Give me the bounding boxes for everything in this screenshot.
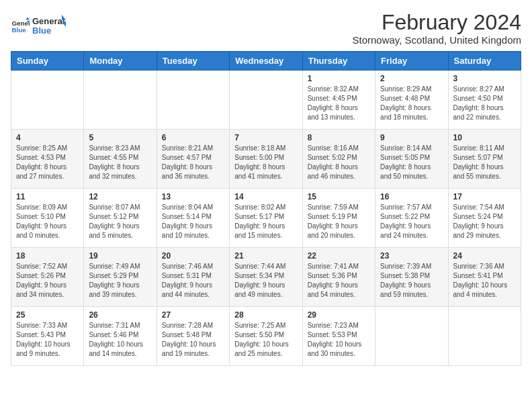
logo: General Blue General Blue <box>11 13 66 38</box>
calendar-cell: 14Sunrise: 8:02 AMSunset: 5:17 PMDayligh… <box>230 189 302 248</box>
calendar-cell: 11Sunrise: 8:09 AMSunset: 5:10 PMDayligh… <box>11 189 84 248</box>
day-info: Sunrise: 8:18 AMSunset: 5:00 PMDaylight:… <box>234 144 297 181</box>
day-header-monday: Monday <box>84 52 157 71</box>
day-number: 25 <box>16 310 79 320</box>
calendar-cell <box>375 307 448 366</box>
day-number: 15 <box>308 192 370 201</box>
day-number: 2 <box>380 74 443 83</box>
day-number: 5 <box>89 133 151 142</box>
day-number: 20 <box>162 251 224 261</box>
day-info: Sunrise: 7:39 AMSunset: 5:38 PMDaylight:… <box>380 262 443 300</box>
day-info: Sunrise: 7:46 AMSunset: 5:31 PMDaylight:… <box>162 262 224 300</box>
calendar-title: February 2024 <box>352 11 521 34</box>
svg-text:Blue: Blue <box>32 26 51 36</box>
calendar-cell <box>11 71 84 130</box>
day-number: 7 <box>234 133 297 142</box>
day-info: Sunrise: 8:11 AMSunset: 5:07 PMDaylight:… <box>453 144 516 181</box>
day-info: Sunrise: 8:07 AMSunset: 5:12 PMDaylight:… <box>89 203 151 240</box>
day-number: 27 <box>162 310 224 320</box>
day-info: Sunrise: 7:57 AMSunset: 5:22 PMDaylight:… <box>380 203 443 240</box>
day-info: Sunrise: 8:21 AMSunset: 4:57 PMDaylight:… <box>162 144 224 181</box>
day-info: Sunrise: 8:02 AMSunset: 5:17 PMDaylight:… <box>234 203 297 240</box>
day-info: Sunrise: 7:25 AMSunset: 5:50 PMDaylight:… <box>234 321 297 359</box>
day-info: Sunrise: 8:32 AMSunset: 4:45 PMDaylight:… <box>308 85 370 122</box>
calendar-cell: 19Sunrise: 7:49 AMSunset: 5:29 PMDayligh… <box>84 248 157 307</box>
day-info: Sunrise: 7:31 AMSunset: 5:46 PMDaylight:… <box>89 321 151 359</box>
calendar-cell <box>230 71 302 130</box>
calendar-cell: 20Sunrise: 7:46 AMSunset: 5:31 PMDayligh… <box>157 248 229 307</box>
calendar-cell: 3Sunrise: 8:27 AMSunset: 4:50 PMDaylight… <box>448 71 521 130</box>
calendar-week-4: 18Sunrise: 7:52 AMSunset: 5:26 PMDayligh… <box>11 248 521 307</box>
day-info: Sunrise: 8:14 AMSunset: 5:05 PMDaylight:… <box>380 144 443 181</box>
day-header-tuesday: Tuesday <box>157 52 229 71</box>
day-number: 21 <box>234 251 297 261</box>
day-number: 23 <box>380 251 443 261</box>
calendar-cell: 2Sunrise: 8:29 AMSunset: 4:48 PMDaylight… <box>375 71 448 130</box>
day-info: Sunrise: 8:25 AMSunset: 4:53 PMDaylight:… <box>16 144 79 181</box>
calendar-cell: 1Sunrise: 8:32 AMSunset: 4:45 PMDaylight… <box>302 71 375 130</box>
day-number: 24 <box>453 251 516 261</box>
day-number: 8 <box>308 133 370 142</box>
calendar-body: 1Sunrise: 8:32 AMSunset: 4:45 PMDaylight… <box>11 71 521 366</box>
calendar-header: SundayMondayTuesdayWednesdayThursdayFrid… <box>11 52 521 71</box>
day-info: Sunrise: 7:54 AMSunset: 5:24 PMDaylight:… <box>453 203 516 240</box>
calendar-cell <box>157 71 229 130</box>
day-number: 16 <box>380 192 443 201</box>
day-info: Sunrise: 8:27 AMSunset: 4:50 PMDaylight:… <box>453 85 516 122</box>
calendar-week-1: 1Sunrise: 8:32 AMSunset: 4:45 PMDaylight… <box>11 71 521 130</box>
day-info: Sunrise: 8:04 AMSunset: 5:14 PMDaylight:… <box>162 203 224 240</box>
calendar-cell: 12Sunrise: 8:07 AMSunset: 5:12 PMDayligh… <box>84 189 157 248</box>
calendar-cell: 15Sunrise: 7:59 AMSunset: 5:19 PMDayligh… <box>302 189 375 248</box>
day-info: Sunrise: 8:23 AMSunset: 4:55 PMDaylight:… <box>89 144 151 181</box>
day-info: Sunrise: 7:59 AMSunset: 5:19 PMDaylight:… <box>308 203 370 240</box>
day-info: Sunrise: 7:28 AMSunset: 5:48 PMDaylight:… <box>162 321 224 359</box>
title-area: February 2024 Stornoway, Scotland, Unite… <box>352 11 521 46</box>
calendar-cell: 4Sunrise: 8:25 AMSunset: 4:53 PMDaylight… <box>11 130 84 189</box>
calendar-cell: 8Sunrise: 8:16 AMSunset: 5:02 PMDaylight… <box>302 130 375 189</box>
calendar-cell: 13Sunrise: 8:04 AMSunset: 5:14 PMDayligh… <box>157 189 229 248</box>
calendar-cell: 17Sunrise: 7:54 AMSunset: 5:24 PMDayligh… <box>448 189 521 248</box>
header: General Blue General Blue February 2024 … <box>11 11 521 46</box>
day-number: 17 <box>453 192 516 201</box>
day-info: Sunrise: 7:41 AMSunset: 5:36 PMDaylight:… <box>308 262 370 300</box>
day-number: 12 <box>89 192 151 201</box>
calendar-cell: 23Sunrise: 7:39 AMSunset: 5:38 PMDayligh… <box>375 248 448 307</box>
day-info: Sunrise: 7:33 AMSunset: 5:43 PMDaylight:… <box>16 321 79 359</box>
day-info: Sunrise: 7:49 AMSunset: 5:29 PMDaylight:… <box>89 262 151 300</box>
day-header-wednesday: Wednesday <box>230 52 302 71</box>
day-number: 28 <box>234 310 297 320</box>
calendar-cell: 18Sunrise: 7:52 AMSunset: 5:26 PMDayligh… <box>11 248 84 307</box>
day-header-friday: Friday <box>375 52 448 71</box>
svg-text:Blue: Blue <box>11 26 26 34</box>
calendar-cell: 25Sunrise: 7:33 AMSunset: 5:43 PMDayligh… <box>11 307 84 366</box>
day-info: Sunrise: 7:44 AMSunset: 5:34 PMDaylight:… <box>234 262 297 300</box>
day-number: 9 <box>380 133 443 142</box>
calendar-cell: 7Sunrise: 8:18 AMSunset: 5:00 PMDaylight… <box>230 130 302 189</box>
day-header-thursday: Thursday <box>302 52 375 71</box>
day-header-saturday: Saturday <box>448 52 521 71</box>
calendar-subtitle: Stornoway, Scotland, United Kingdom <box>352 34 521 46</box>
calendar-cell: 6Sunrise: 8:21 AMSunset: 4:57 PMDaylight… <box>157 130 229 189</box>
calendar-cell: 28Sunrise: 7:25 AMSunset: 5:50 PMDayligh… <box>230 307 302 366</box>
day-number: 4 <box>16 133 79 142</box>
calendar-week-2: 4Sunrise: 8:25 AMSunset: 4:53 PMDaylight… <box>11 130 521 189</box>
calendar-cell: 22Sunrise: 7:41 AMSunset: 5:36 PMDayligh… <box>302 248 375 307</box>
calendar-cell: 21Sunrise: 7:44 AMSunset: 5:34 PMDayligh… <box>230 248 302 307</box>
day-info: Sunrise: 7:36 AMSunset: 5:41 PMDaylight:… <box>453 262 516 300</box>
day-number: 19 <box>89 251 151 261</box>
day-number: 10 <box>453 133 516 142</box>
calendar-cell: 16Sunrise: 7:57 AMSunset: 5:22 PMDayligh… <box>375 189 448 248</box>
day-header-sunday: Sunday <box>11 52 84 71</box>
calendar-cell: 27Sunrise: 7:28 AMSunset: 5:48 PMDayligh… <box>157 307 229 366</box>
calendar-cell: 29Sunrise: 7:23 AMSunset: 5:53 PMDayligh… <box>302 307 375 366</box>
day-number: 22 <box>308 251 370 261</box>
day-info: Sunrise: 8:09 AMSunset: 5:10 PMDaylight:… <box>16 203 79 240</box>
calendar-cell <box>84 71 157 130</box>
calendar-cell <box>448 307 521 366</box>
logo-graphic: General Blue <box>32 13 66 38</box>
calendar-cell: 26Sunrise: 7:31 AMSunset: 5:46 PMDayligh… <box>84 307 157 366</box>
day-number: 26 <box>89 310 151 320</box>
day-number: 14 <box>234 192 297 201</box>
day-number: 13 <box>162 192 224 201</box>
calendar-table: SundayMondayTuesdayWednesdayThursdayFrid… <box>11 51 521 366</box>
